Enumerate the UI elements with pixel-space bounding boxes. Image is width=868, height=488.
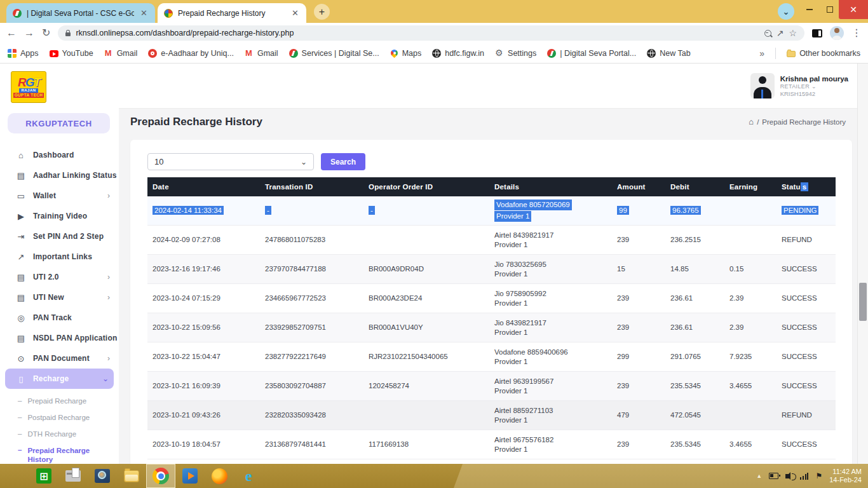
search-button[interactable]: Search bbox=[321, 153, 365, 170]
tab-close-icon[interactable]: ✕ bbox=[139, 8, 149, 18]
sidebar-item-uti-2-0[interactable]: ▤ UTI 2.0 › bbox=[0, 267, 119, 287]
new-tab-button[interactable]: + bbox=[314, 4, 330, 20]
tab-close-icon[interactable]: ✕ bbox=[290, 8, 300, 18]
bookmark-e-aadhaar-by-uniq[interactable]: e-Aadhaar by Uniq... bbox=[148, 49, 234, 58]
url-text: rknsdl.onlinepsa.com/dashboard/prepaid-r… bbox=[76, 29, 759, 37]
bookmark-star-icon[interactable]: ☆ bbox=[789, 29, 797, 37]
taskbar-firefox-button[interactable] bbox=[205, 464, 234, 488]
page-size-select[interactable]: 10 ⌄ bbox=[147, 153, 314, 170]
bookmark-settings[interactable]: Settings bbox=[495, 49, 536, 58]
taskbar-chrome-button[interactable] bbox=[146, 464, 175, 488]
cell-amount: 239 bbox=[612, 381, 665, 391]
bookmark-apps[interactable]: Apps bbox=[8, 49, 39, 58]
taskbar-start-button[interactable] bbox=[0, 464, 29, 488]
sidebar-item-nsdl-pan-application[interactable]: ▤ NSDL PAN Application › bbox=[0, 328, 119, 348]
battery-icon[interactable] bbox=[769, 473, 778, 479]
browser-tab-inactive[interactable]: | Digital Seva Portal - CSC e-Gove ✕ bbox=[6, 3, 155, 23]
bookmark-label: Settings bbox=[508, 49, 536, 58]
sidebar-item-dashboard[interactable]: ⌂ Dashboard bbox=[0, 145, 119, 165]
side-panel-icon[interactable] bbox=[812, 29, 822, 37]
gmail-icon bbox=[245, 49, 254, 58]
taskbar-photos-button[interactable] bbox=[88, 464, 117, 488]
cell-details: Jio 9758905992Provider 1 bbox=[489, 289, 612, 308]
cell-operator-order-id: 1171669138 bbox=[363, 440, 489, 449]
sidebar-item-label: PAN Track bbox=[33, 313, 72, 322]
taskbar-ie-button[interactable]: e bbox=[234, 464, 263, 488]
bookmark-youtube[interactable]: YouTube bbox=[50, 49, 93, 58]
browser-tab-active[interactable]: Prepaid Recharge History ✕ bbox=[158, 3, 306, 23]
bookmark-digital-seva-portal[interactable]: | Digital Seva Portal... bbox=[547, 49, 636, 58]
taskbar-explorer-button[interactable] bbox=[117, 464, 146, 488]
cell-date: 2023-10-22 15:04:47 bbox=[147, 352, 260, 362]
sidebar-subitem-postpaid-recharge[interactable]: – Postpaid Recharge bbox=[0, 409, 119, 426]
hidden-icons-arrow[interactable]: ▲ bbox=[756, 473, 762, 479]
table-row: 2024-02-09 07:27:08 247868011075283 Airt… bbox=[147, 226, 836, 255]
user-menu[interactable]: Krishna pal mourya RETAILER ⌄ KRISH15942 bbox=[750, 73, 848, 98]
cell-status: PENDING bbox=[776, 206, 836, 215]
home-icon[interactable]: ⌂ bbox=[749, 117, 754, 126]
content-card: 10 ⌄ Search DateTransation IDOperator Or… bbox=[130, 140, 852, 464]
bookmark-gmail[interactable]: Gmail bbox=[104, 49, 138, 58]
profile-avatar[interactable] bbox=[830, 26, 844, 40]
other-bookmarks-button[interactable]: Other bookmarks bbox=[787, 49, 860, 58]
sidebar-item-wallet[interactable]: ▭ Wallet › bbox=[0, 186, 119, 206]
bookmark-new-tab[interactable]: New Tab bbox=[647, 49, 690, 58]
bookmark-gmail[interactable]: Gmail bbox=[245, 49, 278, 58]
kebab-menu-icon[interactable]: ⋮ bbox=[851, 28, 862, 38]
sidebar-item-set-pin-and-2-step[interactable]: ⇥ Set PIN And 2 Step bbox=[0, 226, 119, 247]
sidebar-item-pan-track[interactable]: ◎ PAN Track bbox=[0, 308, 119, 328]
address-bar[interactable]: rknsdl.onlinepsa.com/dashboard/prepaid-r… bbox=[58, 25, 804, 41]
sidebar-item-aadhar-linking-status[interactable]: ▤ Aadhar Linking Status bbox=[0, 165, 119, 186]
selection-highlight: 99 bbox=[617, 206, 629, 215]
bookmark-services-digital-se[interactable]: Services | Digital Se... bbox=[289, 49, 379, 58]
bookmarks-overflow-icon[interactable]: » bbox=[759, 48, 764, 58]
speaker-icon[interactable] bbox=[785, 474, 789, 478]
sidebar-item-pan-document[interactable]: ⊙ PAN Document › bbox=[0, 348, 119, 369]
sidebar-subitem-prepaid-recharge[interactable]: – Prepaid Recharge bbox=[0, 393, 119, 409]
bookmark-maps[interactable]: Maps bbox=[390, 49, 422, 58]
sidebar-item-training-video[interactable]: ▶ Training Video bbox=[0, 206, 119, 226]
digital-seva-favicon bbox=[13, 9, 22, 18]
column-header-details: Details bbox=[489, 183, 612, 191]
share-icon[interactable]: ↗ bbox=[776, 29, 784, 37]
column-header-operator-order-id: Operator Order ID bbox=[363, 183, 489, 191]
tab-search-button[interactable]: ⌄ bbox=[778, 3, 794, 20]
other-bookmarks-label: Other bookmarks bbox=[799, 49, 860, 58]
apps-grid-icon bbox=[8, 49, 17, 58]
cell-date: 2023-12-16 19:17:46 bbox=[147, 264, 260, 274]
details-line: Airtel 8439821917 bbox=[494, 231, 612, 240]
taskbar-clock[interactable]: 11:42 AM 14-Feb-24 bbox=[829, 468, 862, 485]
window-minimize-button[interactable] bbox=[801, 0, 818, 19]
taskbar-store-button[interactable] bbox=[29, 464, 58, 488]
table-row: 2023-10-19 18:04:57 231368797481441 1171… bbox=[147, 430, 836, 459]
cell-date: 2023-10-22 15:09:56 bbox=[147, 323, 260, 332]
network-signal-icon[interactable] bbox=[800, 473, 808, 480]
app-header: Krishna pal mourya RETAILER ⌄ KRISH15942 bbox=[119, 64, 857, 108]
sidebar-subitem-dth-recharge[interactable]: – DTH Recharge bbox=[0, 426, 119, 442]
sidebar-subitem-prepaid-recharge-history[interactable]: – Prepaid Recharge History bbox=[0, 442, 119, 464]
sidebar-item-uti-new[interactable]: ▤ UTI New › bbox=[0, 287, 119, 308]
reload-button[interactable]: ↻ bbox=[42, 28, 50, 38]
cell-status: REFUND bbox=[776, 410, 836, 420]
window-restore-button[interactable] bbox=[821, 0, 839, 19]
action-center-flag-icon[interactable]: ⚑ bbox=[815, 472, 822, 480]
forward-button[interactable]: → bbox=[24, 28, 34, 38]
bookmark-label: Gmail bbox=[117, 49, 138, 58]
taskbar-wmp-button[interactable] bbox=[175, 464, 205, 488]
cell-date: 2024-02-09 07:27:08 bbox=[147, 235, 260, 245]
sidebar-item-recharge[interactable]: ▯ Recharge ⌄ bbox=[5, 369, 114, 389]
scrollbar-thumb[interactable] bbox=[859, 283, 867, 321]
bookmark-hdfc-figw-in[interactable]: hdfc.figw.in bbox=[432, 49, 484, 58]
window-close-button[interactable]: ✕ bbox=[839, 0, 868, 19]
gear-icon bbox=[495, 49, 504, 58]
zoom-out-icon[interactable] bbox=[764, 30, 771, 37]
back-button[interactable]: ← bbox=[6, 28, 17, 38]
taskbar-fax-button[interactable] bbox=[58, 464, 88, 488]
bookmark-label: Services | Digital Se... bbox=[302, 49, 379, 58]
cell-amount: 99 bbox=[612, 206, 665, 215]
fax-icon bbox=[65, 470, 81, 482]
table-row: 2023-10-24 07:15:29 234665967772523 BR00… bbox=[147, 284, 836, 313]
details-line: Provider 1 bbox=[494, 269, 612, 279]
sidebar-item-important-links[interactable]: ↗ Important Links bbox=[0, 247, 119, 267]
table-row: 2023-10-22 15:04:47 238277922217649 RJR2… bbox=[147, 342, 836, 372]
